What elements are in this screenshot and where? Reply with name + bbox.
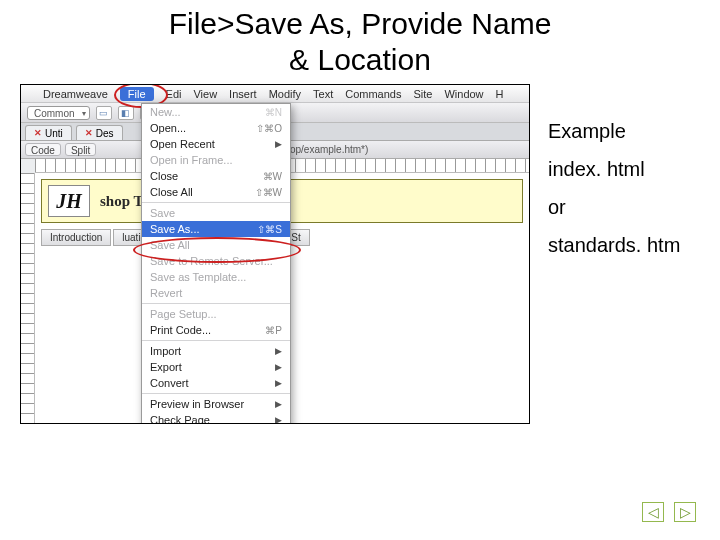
menu-check-page[interactable]: Check Page▶ [142, 412, 290, 424]
menu-print-code[interactable]: Print Code...⌘P [142, 322, 290, 338]
chevron-right-icon: ▶ [275, 399, 282, 409]
slide-title: File>Save As, Provide Name & Location [0, 0, 720, 80]
menu-help[interactable]: H [496, 88, 504, 100]
menu-import[interactable]: Import▶ [142, 343, 290, 359]
menu-separator [142, 340, 290, 341]
slide-title-line2: & Location [20, 42, 700, 78]
chevron-right-icon: ▶ [275, 362, 282, 372]
menu-open-recent[interactable]: Open Recent▶ [142, 136, 290, 152]
side-line-or: or [548, 188, 680, 226]
chevron-right-icon: ▶ [275, 346, 282, 356]
nav-introduction[interactable]: Introduction [41, 229, 111, 246]
side-annotations: Example index. html or standards. htm [548, 112, 680, 264]
doc-tab-2-label: Des [96, 128, 114, 139]
menu-export[interactable]: Export▶ [142, 359, 290, 375]
menu-file-label: File [128, 88, 146, 100]
mac-menubar: Dreamweave File Edi View Insert Modify T… [21, 85, 529, 103]
ruler-vertical [21, 173, 35, 423]
menu-save-remote[interactable]: Save to Remote Server... [142, 253, 290, 269]
next-slide-button[interactable]: ▷ [674, 502, 696, 522]
menu-save-as[interactable]: Save As...⇧⌘S [142, 221, 290, 237]
slide-title-line1: File>Save As, Provide Name [20, 6, 700, 42]
menu-separator [142, 393, 290, 394]
app-name[interactable]: Dreamweave [43, 88, 108, 100]
close-icon[interactable]: ✕ [34, 128, 42, 138]
menu-save-template[interactable]: Save as Template... [142, 269, 290, 285]
menu-window[interactable]: Window [444, 88, 483, 100]
menu-convert[interactable]: Convert▶ [142, 375, 290, 391]
tool-icon-2[interactable]: ◧ [118, 106, 134, 120]
menu-page-setup[interactable]: Page Setup... [142, 306, 290, 322]
menu-insert[interactable]: Insert [229, 88, 257, 100]
menu-revert[interactable]: Revert [142, 285, 290, 301]
doc-tab-1[interactable]: ✕Unti [25, 125, 72, 140]
menu-save-all[interactable]: Save All [142, 237, 290, 253]
menu-site[interactable]: Site [413, 88, 432, 100]
dreamweaver-screenshot: Dreamweave File Edi View Insert Modify T… [20, 84, 530, 424]
slide-nav: ◁ ▷ [642, 502, 696, 522]
side-line-standards: standards. htm [548, 226, 680, 264]
menu-preview-browser[interactable]: Preview in Browser▶ [142, 396, 290, 412]
menu-file[interactable]: File [120, 87, 154, 101]
prev-slide-button[interactable]: ◁ [642, 502, 664, 522]
menu-separator [142, 303, 290, 304]
logo: JH [48, 185, 90, 217]
menu-close[interactable]: Close⌘W [142, 168, 290, 184]
menu-open-in-frame[interactable]: Open in Frame... [142, 152, 290, 168]
file-menu-dropdown: New...⌘N Open...⇧⌘O Open Recent▶ Open in… [141, 103, 291, 424]
menu-open[interactable]: Open...⇧⌘O [142, 120, 290, 136]
view-code-button[interactable]: Code [25, 143, 61, 156]
menu-close-all[interactable]: Close All⇧⌘W [142, 184, 290, 200]
menu-modify[interactable]: Modify [269, 88, 301, 100]
tool-icon-1[interactable]: ▭ [96, 106, 112, 120]
chevron-right-icon: ▶ [275, 378, 282, 388]
view-split-button[interactable]: Split [65, 143, 96, 156]
close-icon[interactable]: ✕ [85, 128, 93, 138]
doc-tab-2[interactable]: ✕Des [76, 125, 123, 140]
chevron-right-icon: ▶ [275, 415, 282, 424]
doc-tab-1-label: Unti [45, 128, 63, 139]
menu-text[interactable]: Text [313, 88, 333, 100]
side-line-example: Example [548, 112, 680, 150]
menu-commands[interactable]: Commands [345, 88, 401, 100]
chevron-right-icon: ▶ [275, 139, 282, 149]
side-line-index: index. html [548, 150, 680, 188]
menu-edit[interactable]: Edi [166, 88, 182, 100]
menu-new[interactable]: New...⌘N [142, 104, 290, 120]
menu-separator [142, 202, 290, 203]
insert-category-select[interactable]: Common [27, 106, 90, 120]
menu-view[interactable]: View [193, 88, 217, 100]
menu-save[interactable]: Save [142, 205, 290, 221]
